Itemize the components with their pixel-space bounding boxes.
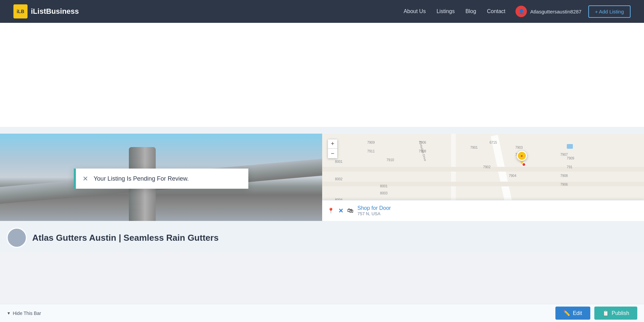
pencil-icon: ✏️ (563, 310, 570, 316)
chevron-down-icon: ▼ (7, 311, 11, 316)
listing-title: Atlas Gutters Austin | Seamless Rain Gut… (32, 233, 218, 243)
bottom-bar: ▼ Hide This Bar ✏️ Edit 📋 Publish (0, 304, 644, 322)
listing-avatar (7, 228, 27, 248)
map-num: 7909 (567, 156, 574, 160)
listing-right-panel: Fortsdale Drive 7909 7906 6715 7901 7903… (322, 134, 644, 251)
listing-title-area: Atlas Gutters Austin | Seamless Rain Gut… (7, 224, 315, 248)
map-num: 7904 (509, 174, 516, 178)
map-zoom-out-button[interactable]: − (328, 149, 337, 158)
edit-label: Edit (573, 310, 582, 316)
map-num: 7911 (367, 149, 375, 153)
nav-blog[interactable]: Blog (465, 8, 476, 14)
navbar: iLB iListBusiness About Us Listings Blog… (0, 0, 644, 23)
map-blue-block (567, 144, 573, 149)
map-container: Fortsdale Drive 7909 7906 6715 7901 7903… (322, 134, 644, 221)
add-listing-button[interactable]: + Add Listing (588, 5, 631, 18)
map-num: 8001 (335, 160, 342, 164)
ad-content-area (0, 23, 644, 127)
listing-bottom: Atlas Gutters Austin | Seamless Rain Gut… (0, 221, 322, 251)
map-num: 7903 (515, 146, 523, 149)
map-road-horizontal (322, 167, 644, 172)
nav-about-us[interactable]: About Us (404, 8, 426, 14)
username: Atlasguttersaustin8287 (530, 9, 582, 14)
notification-message: Your Listing Is Pending For Review. (94, 175, 189, 182)
edit-button[interactable]: ✏️ Edit (555, 307, 590, 320)
nav-contact[interactable]: Contact (487, 8, 505, 14)
hide-bar-label: Hide This Bar (13, 311, 41, 316)
map-popup: 📍 ✕ 🛍 Shop for Door 757 N, USA (322, 200, 644, 221)
map-num: 8003 (380, 191, 388, 195)
logo-link[interactable]: iLB iListBusiness (13, 4, 79, 18)
publish-button[interactable]: 📋 Publish (594, 307, 637, 320)
road-label: Fortsdale Drive (418, 141, 427, 162)
hide-bar-button[interactable]: ▼ Hide This Bar (7, 311, 41, 316)
notification-close-icon[interactable]: ✕ (83, 175, 88, 183)
map-road-horizontal-2 (322, 182, 644, 186)
add-listing-label: + Add Listing (595, 9, 624, 14)
notification-bar: ✕ Your Listing Is Pending For Review. (74, 169, 248, 189)
navbar-links: About Us Listings Blog Contact (404, 8, 505, 14)
publish-icon: 📋 (602, 310, 609, 316)
location-icon: 📍 (328, 208, 334, 214)
map-pin-circle: ● (517, 151, 527, 161)
user-info: 👤 Atlasguttersaustin8287 (515, 6, 582, 17)
logo-icon: iLB (13, 4, 28, 18)
map-num: 8002 (335, 177, 342, 181)
listing-image: ✕ Your Listing Is Pending For Review. (0, 134, 322, 221)
user-avatar: 👤 (515, 6, 527, 17)
map-pin: ● (517, 151, 527, 164)
map-num: 7908 (560, 174, 568, 178)
map-num: 7901 (470, 146, 478, 149)
map-num: 7910 (387, 158, 394, 162)
popup-close-button[interactable]: ✕ (338, 207, 343, 215)
map-location-marker (522, 163, 526, 167)
map-zoom-in-button[interactable]: + (328, 139, 337, 149)
map-num: 7907 (560, 153, 568, 156)
listing-section: ✕ Your Listing Is Pending For Review. At… (0, 127, 644, 251)
nav-listings[interactable]: Listings (437, 8, 455, 14)
map-zoom-controls: + − (328, 139, 338, 158)
logo-letters: iLB (17, 9, 24, 14)
shop-icon: 🛍 (347, 207, 353, 214)
logo-text: iListBusiness (31, 7, 79, 16)
publish-label: Publish (612, 310, 629, 316)
popup-address: 757 N, USA (357, 211, 391, 216)
listing-left-panel: ✕ Your Listing Is Pending For Review. At… (0, 134, 322, 251)
popup-shop-link[interactable]: Shop for Door (357, 205, 391, 211)
map-num: 7909 (367, 141, 375, 144)
